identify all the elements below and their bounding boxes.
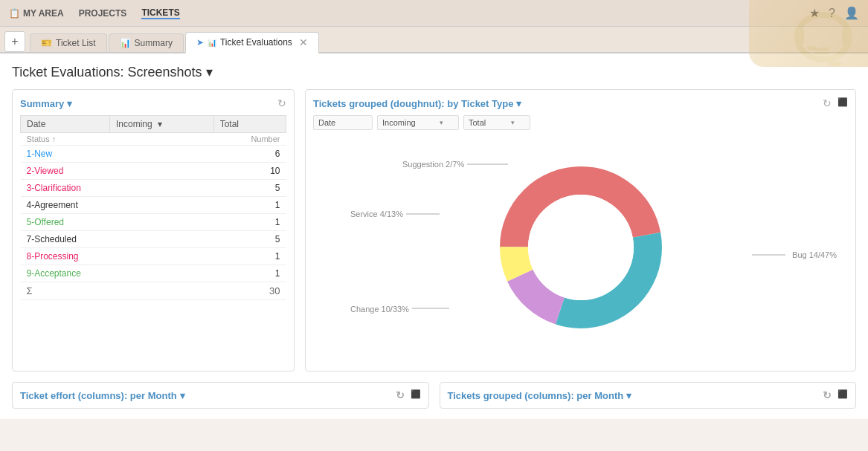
incoming-sort-icon: ▾ [158, 119, 162, 129]
incoming-filter[interactable]: Incoming ▾ [377, 115, 459, 130]
col-total[interactable]: Total [213, 116, 286, 133]
tabs-bar: + 🎫 Ticket List 📊 Summary ➤ 📊 Ticket Eva… [0, 27, 868, 53]
table-row: 9-Acceptance 1 [21, 265, 286, 282]
doughnut-svg: Total 30 [477, 143, 685, 351]
summary-dropdown-icon: ▾ [67, 98, 72, 109]
bottom-panels-row: Ticket effort (columns): per Month ▾ ↻ ⬛… [12, 382, 856, 409]
help-icon[interactable]: ? [829, 7, 835, 20]
doughnut-panel-header: Tickets grouped (doughnut): by Ticket Ty… [313, 97, 848, 109]
summary-panel-title[interactable]: Summary ▾ [20, 98, 72, 109]
status-processing[interactable]: 8-Processing [27, 251, 79, 262]
nav-my-area[interactable]: 📋 MY AREA [9, 8, 64, 19]
grouped-refresh-icon[interactable]: ↻ [823, 389, 832, 401]
ticket-eval-tab-icon: ➤ [196, 37, 204, 48]
status-clarification[interactable]: 3-Clarification [27, 183, 81, 193]
close-tab-button[interactable]: ✕ [299, 36, 308, 48]
summary-panel-header: Summary ▾ ↻ [20, 97, 286, 109]
effort-export-icon[interactable]: ⬛ [411, 389, 421, 401]
status-acceptance[interactable]: 9-Acceptance [27, 268, 81, 279]
status-column-header: Status ↑ [21, 133, 214, 146]
table-row: 7-Scheduled 5 [21, 231, 286, 248]
table-row: 8-Processing 1 [21, 248, 286, 265]
summary-panel: Summary ▾ ↻ Date Incoming ▾ Total [12, 89, 295, 371]
bottom-panel-effort[interactable]: Ticket effort (columns): per Month ▾ ↻ ⬛ [12, 382, 429, 409]
total-value: 30 [213, 282, 286, 300]
nav-right-icons: ★ ? 👤 [809, 6, 859, 20]
nav-projects[interactable]: PROJECTS [79, 8, 127, 19]
status-new[interactable]: 1-New [27, 149, 53, 159]
summary-table: Date Incoming ▾ Total Status ↑ Number [20, 115, 286, 300]
doughnut-chart: Total 30 [313, 136, 848, 359]
bottom-panel-grouped-title: Tickets grouped (columns): per Month [448, 390, 624, 401]
table-row: 2-Viewed 10 [21, 163, 286, 180]
total-filter[interactable]: Total ▾ [463, 115, 530, 130]
tab-ticket-evaluations[interactable]: ➤ 📊 Ticket Evaluations ✕ [185, 32, 319, 53]
page-title: Ticket Evaluations: Screenshots ▾ [12, 64, 856, 80]
label-service: Service 4/13% [350, 203, 443, 225]
page-title-dropdown-icon[interactable]: ▾ [206, 64, 213, 80]
add-tab-button[interactable]: + [4, 31, 25, 52]
main-content: Ticket Evaluations: Screenshots ▾ Summar… [0, 53, 868, 419]
status-scheduled[interactable]: 7-Scheduled [27, 234, 77, 244]
doughnut-panel-actions: ↻ ⬛ [823, 97, 848, 109]
table-row: 1-New 6 [21, 146, 286, 163]
effort-refresh-icon[interactable]: ↻ [396, 389, 405, 401]
col-date[interactable]: Date [21, 116, 110, 133]
filter-row: Date Incoming ▾ Total ▾ [313, 115, 848, 130]
number-column-header: Number [213, 133, 286, 146]
panels-row: Summary ▾ ↻ Date Incoming ▾ Total [12, 89, 856, 371]
user-icon[interactable]: 👤 [844, 6, 859, 20]
incoming-filter-arrow: ▾ [440, 119, 443, 126]
doughnut-refresh-icon[interactable]: ↻ [823, 97, 832, 109]
doughnut-export-icon[interactable]: ⬛ [838, 97, 848, 109]
doughnut-dropdown-icon: ▾ [516, 98, 521, 109]
bottom-panel-effort-title: Ticket effort (columns): per Month [20, 390, 177, 401]
label-suggestion: Suggestion 2/7% [402, 157, 512, 172]
tab-ticket-list[interactable]: 🎫 Ticket List [30, 33, 107, 52]
summary-tab-icon: 📊 [120, 38, 131, 48]
tab-summary[interactable]: 📊 Summary [109, 33, 184, 52]
svg-point-13 [528, 195, 634, 300]
status-offered[interactable]: 5-Offered [27, 217, 64, 227]
grouped-export-icon[interactable]: ⬛ [838, 389, 848, 401]
table-row: 5-Offered 1 [21, 214, 286, 231]
top-navigation: 📋 MY AREA PROJECTS TICKETS ★ ? 👤 [0, 0, 868, 27]
status-viewed[interactable]: 2-Viewed [27, 166, 64, 176]
label-change: Change 10/33% [350, 299, 453, 318]
total-filter-arrow: ▾ [511, 119, 515, 126]
summary-refresh-icon[interactable]: ↻ [277, 97, 286, 109]
bottom-panel-grouped-dropdown-icon: ▾ [626, 390, 631, 401]
ticket-eval-tab-bar-icon: 📊 [208, 39, 216, 47]
star-icon[interactable]: ★ [809, 6, 820, 20]
table-row: 3-Clarification 5 [21, 180, 286, 197]
col-incoming[interactable]: Incoming ▾ [110, 116, 214, 133]
doughnut-panel-title[interactable]: Tickets grouped (doughnut): by Ticket Ty… [313, 98, 521, 109]
label-bug: Bug 14/47% [752, 247, 837, 262]
doughnut-panel: Tickets grouped (doughnut): by Ticket Ty… [305, 89, 856, 371]
status-agreement[interactable]: 4-Agreement [27, 200, 78, 210]
nav-my-area-icon: 📋 [9, 8, 20, 19]
ticket-list-tab-icon: 🎫 [41, 38, 52, 48]
bottom-panel-effort-dropdown-icon: ▾ [180, 390, 185, 401]
bottom-panel-grouped[interactable]: Tickets grouped (columns): per Month ▾ ↻… [440, 382, 857, 409]
sigma-row: Σ 30 [21, 282, 286, 300]
table-row: 4-Agreement 1 [21, 197, 286, 214]
date-filter[interactable]: Date [313, 115, 373, 130]
sigma-label: Σ [21, 282, 214, 300]
nav-tickets[interactable]: TICKETS [141, 7, 179, 19]
